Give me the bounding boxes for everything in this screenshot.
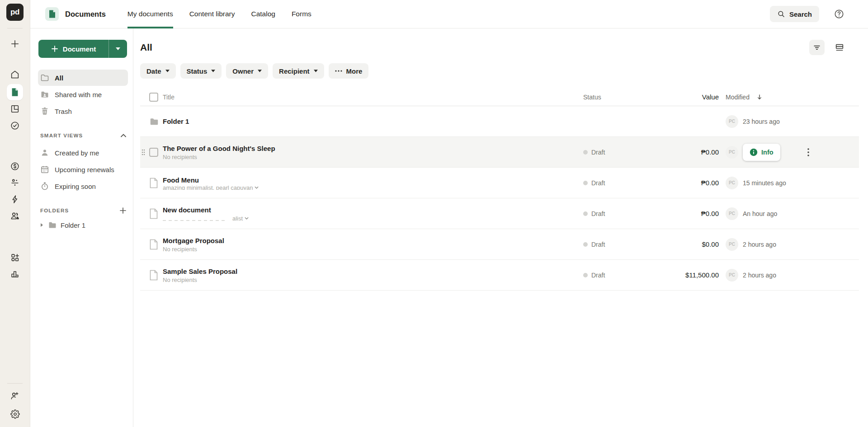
value-cell: ₱0.00 bbox=[660, 179, 719, 187]
smart-views-collapse[interactable] bbox=[121, 134, 126, 137]
help-circle-icon bbox=[834, 9, 844, 19]
smart-view-expiring-soon[interactable]: Expiring soon bbox=[38, 178, 128, 194]
documents-main: All Date Status Owner bbox=[133, 28, 868, 427]
documents-table: Title Status Value Modified Folder 1 bbox=[140, 88, 859, 291]
recipients-label[interactable]: alist bbox=[163, 216, 583, 221]
select-all-checkbox[interactable] bbox=[149, 93, 158, 102]
sidebar-item-shared-with-me[interactable]: Shared with me bbox=[38, 86, 128, 103]
document-title[interactable]: The Power of a Good Night's Sleep bbox=[163, 145, 583, 152]
trash-icon bbox=[40, 107, 49, 116]
pandadoc-logo[interactable]: pd bbox=[6, 4, 24, 21]
filter-chips: Date Status Owner Recipient More bbox=[140, 63, 868, 79]
modified-time: 23 hours ago bbox=[743, 118, 780, 125]
folder-title[interactable]: Folder 1 bbox=[163, 117, 583, 125]
chevron-down-icon bbox=[165, 70, 170, 72]
rail-item-approvals[interactable] bbox=[7, 117, 23, 134]
filter-date[interactable]: Date bbox=[140, 63, 176, 79]
column-status[interactable]: Status bbox=[583, 94, 660, 101]
search-button[interactable]: Search bbox=[770, 6, 819, 22]
rail-item-addons[interactable] bbox=[7, 249, 23, 266]
rail-invite-user[interactable] bbox=[7, 388, 23, 404]
caret-right-icon[interactable] bbox=[39, 222, 44, 228]
filter-owner[interactable]: Owner bbox=[226, 63, 268, 79]
document-page-icon bbox=[149, 239, 158, 250]
column-modified[interactable]: Modified bbox=[719, 94, 859, 101]
document-title[interactable]: New document bbox=[163, 206, 583, 214]
sidebar-folder-1[interactable]: Folder 1 bbox=[38, 217, 128, 233]
layout-toggle-button[interactable] bbox=[835, 42, 844, 52]
drag-handle[interactable] bbox=[142, 149, 145, 155]
sidebar-nav: All Shared with me Trash bbox=[38, 70, 128, 119]
rail-item-documents[interactable] bbox=[7, 84, 23, 100]
sidebar-item-trash[interactable]: Trash bbox=[38, 103, 128, 119]
tab-content-library[interactable]: Content library bbox=[181, 0, 243, 28]
rail-item-reports[interactable] bbox=[7, 266, 23, 282]
check-circle-icon bbox=[10, 121, 20, 131]
filter-lines-icon bbox=[812, 43, 821, 52]
rail-create-button[interactable] bbox=[7, 36, 23, 52]
new-document-dropdown[interactable] bbox=[109, 40, 127, 58]
status-label: Draft bbox=[591, 210, 605, 217]
tab-my-documents[interactable]: My documents bbox=[119, 0, 181, 28]
table-row[interactable]: New document alist Draft ₱0.00 PC An hou… bbox=[140, 198, 859, 229]
row-menu-button[interactable] bbox=[806, 146, 811, 158]
content-header: All bbox=[133, 28, 868, 55]
tab-catalog[interactable]: Catalog bbox=[243, 0, 283, 28]
owner-avatar: PC bbox=[726, 269, 738, 282]
row-checkbox[interactable] bbox=[149, 148, 158, 157]
new-document-label: Document bbox=[63, 45, 96, 53]
document-page-icon bbox=[149, 270, 158, 281]
document-title[interactable]: Food Menu bbox=[163, 176, 583, 184]
table-row[interactable]: The Power of a Good Night's Sleep No rec… bbox=[140, 137, 859, 168]
view-controls bbox=[809, 40, 844, 55]
sort-desc-icon bbox=[757, 94, 762, 100]
rail-item-automations[interactable] bbox=[7, 191, 23, 207]
rail-item-payments[interactable] bbox=[7, 158, 23, 174]
chevron-down-icon bbox=[255, 186, 259, 189]
document-title[interactable]: Mortgage Proposal bbox=[163, 237, 583, 244]
owner-avatar: PC bbox=[726, 115, 738, 128]
table-row[interactable]: Folder 1 PC 23 hours ago bbox=[140, 106, 859, 137]
modified-time: 15 minutes ago bbox=[743, 179, 786, 187]
owner-avatar: PC bbox=[726, 238, 738, 251]
column-value[interactable]: Value bbox=[660, 93, 719, 101]
chevron-down-icon bbox=[245, 217, 249, 220]
table-row[interactable]: Mortgage Proposal No recipients Draft $0… bbox=[140, 229, 859, 260]
status-cell: Draft bbox=[583, 179, 660, 187]
status-label: Draft bbox=[591, 272, 605, 279]
rail-item-templates[interactable] bbox=[7, 101, 23, 117]
owner-avatar: PC bbox=[726, 207, 738, 220]
rail-item-members[interactable] bbox=[7, 208, 23, 224]
info-button[interactable]: Info bbox=[743, 144, 780, 161]
filter-recipient[interactable]: Recipient bbox=[273, 63, 324, 79]
filter-more[interactable]: More bbox=[329, 63, 369, 79]
add-folder-button[interactable] bbox=[120, 207, 126, 214]
rail-settings[interactable] bbox=[7, 406, 23, 422]
column-title[interactable]: Title bbox=[163, 94, 583, 101]
folder-filled-icon bbox=[149, 117, 159, 127]
recipients-label[interactable]: amazing minimalist, pearl capuyan bbox=[163, 186, 583, 190]
help-button[interactable] bbox=[834, 9, 844, 19]
filter-button[interactable] bbox=[809, 40, 825, 55]
document-icon bbox=[10, 87, 20, 97]
home-icon bbox=[10, 70, 20, 80]
sidebar-item-all[interactable]: All bbox=[38, 70, 128, 86]
status-dot bbox=[583, 273, 588, 277]
document-page-icon bbox=[149, 208, 158, 219]
page-title: All bbox=[140, 42, 809, 53]
table-row[interactable]: Food Menu amazing minimalist, pearl capu… bbox=[140, 168, 859, 198]
smart-view-upcoming-renewals[interactable]: Upcoming renewals bbox=[38, 161, 128, 178]
calendar-icon bbox=[40, 165, 49, 174]
tab-forms[interactable]: Forms bbox=[283, 0, 320, 28]
filter-status[interactable]: Status bbox=[180, 63, 222, 79]
new-document-button[interactable]: Document bbox=[38, 40, 109, 58]
ellipsis-icon bbox=[335, 70, 342, 72]
smart-view-created-by-me[interactable]: Created by me bbox=[38, 145, 128, 161]
rail-item-home[interactable] bbox=[7, 66, 23, 83]
contacts-icon bbox=[10, 178, 20, 188]
rail-item-contacts[interactable] bbox=[7, 174, 23, 191]
table-row[interactable]: Sample Sales Proposal No recipients Draf… bbox=[140, 260, 859, 291]
document-title[interactable]: Sample Sales Proposal bbox=[163, 267, 583, 275]
status-label: Draft bbox=[591, 241, 605, 248]
rail-divider-bottom bbox=[7, 383, 23, 384]
